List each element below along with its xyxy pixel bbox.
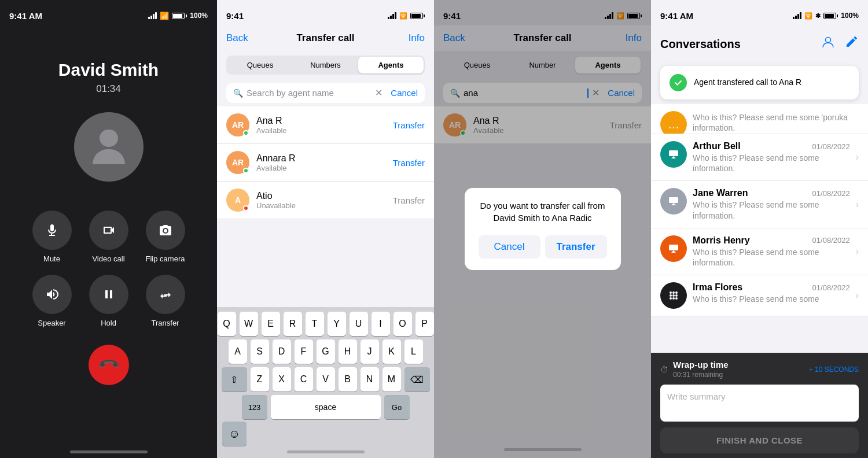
keyboard-row-4: 123 space Go [219, 395, 432, 419]
add-time-button[interactable]: + 10 SECONDS [809, 365, 859, 374]
write-summary-input[interactable]: Write summary [660, 385, 859, 422]
conv-item-irma[interactable]: Irma Flores 01/08/2022 Who is this? Plea… [651, 275, 868, 316]
tab-queues-2[interactable]: Queues [227, 57, 293, 73]
key-j[interactable]: J [361, 339, 379, 364]
mute-label: Mute [43, 254, 60, 263]
conv-header-icons [821, 35, 859, 53]
transfer-btn-atio: Transfer [393, 195, 425, 205]
key-c[interactable]: C [295, 367, 313, 391]
wrap-up-title: Wrap-up time [673, 360, 729, 370]
tab-numbers-2[interactable]: Numbers [293, 57, 358, 73]
speaker-button[interactable]: Speaker [32, 275, 72, 327]
back-button-2[interactable]: Back [226, 32, 248, 44]
video-circle[interactable] [89, 210, 128, 250]
key-l[interactable]: L [404, 339, 423, 364]
key-n[interactable]: N [361, 367, 379, 391]
key-i[interactable]: I [372, 312, 390, 336]
key-r[interactable]: R [284, 312, 302, 336]
transfer-btn-ana-r[interactable]: Transfer [393, 120, 425, 130]
key-v[interactable]: V [317, 367, 335, 391]
key-q[interactable]: Q [218, 312, 236, 336]
modal-cancel-button[interactable]: Cancel [479, 235, 540, 258]
search-input-2[interactable]: Search by agent name [247, 88, 372, 98]
svg-point-8 [672, 294, 675, 297]
finish-close-button[interactable]: FINISH AND CLOSE [660, 427, 859, 453]
conv-item-hidden[interactable]: … Who is this? Please send me some 'poru… [651, 104, 868, 134]
key-backspace[interactable]: ⌫ [404, 367, 430, 391]
transfer-circle[interactable] [146, 275, 185, 314]
conv-title-row: Conversations [660, 31, 859, 57]
agent-status-annara-r: Available [256, 164, 386, 172]
key-space[interactable]: space [271, 395, 381, 419]
status-icons-4: 🛜 ✱ 100% [793, 12, 859, 20]
key-x[interactable]: X [273, 367, 291, 391]
conv-detail-arthur: Arthur Bell 01/08/2022 Who is this? Plea… [693, 141, 850, 173]
mute-circle[interactable] [32, 210, 72, 250]
svg-point-7 [670, 294, 672, 297]
keyboard-row-3: ⇧ Z X C V B N M ⌫ [219, 367, 432, 391]
key-y[interactable]: Y [328, 312, 346, 336]
info-button-2[interactable]: Info [409, 32, 425, 44]
transfer-btn-annara-r[interactable]: Transfer [393, 158, 425, 168]
svg-rect-3 [669, 245, 678, 250]
end-call-button[interactable]: 📞 [89, 345, 129, 385]
status-dot-available [243, 130, 249, 136]
summary-placeholder: Write summary [667, 391, 726, 401]
hold-circle[interactable] [89, 275, 128, 314]
conv-item-arthur[interactable]: Arthur Bell 01/08/2022 Who is this? Plea… [651, 134, 868, 181]
flip-camera-button[interactable]: Flip camera [146, 210, 185, 263]
agent-item-atio: A Atio Unavailable Transfer [217, 182, 434, 219]
tab-agents-2[interactable]: Agents [358, 57, 424, 73]
agent-avatar-atio: A [226, 189, 249, 212]
conv-item-morris[interactable]: Morris Henry 01/08/2022 Who is this? Ple… [651, 228, 868, 275]
search-clear-2[interactable]: ✕ [375, 87, 382, 98]
key-123[interactable]: 123 [242, 395, 267, 419]
battery-icon-2 [410, 13, 425, 19]
flip-circle[interactable] [146, 210, 185, 250]
conv-item-jane[interactable]: Jane Warren 01/08/2022 Who is this? Plea… [651, 181, 868, 228]
emoji-button[interactable]: ☺ [222, 422, 247, 446]
hold-button[interactable]: Hold [89, 275, 128, 327]
panel-conversations: 9:41 AM 🛜 ✱ 100% Conversations [651, 0, 868, 458]
key-s[interactable]: S [251, 339, 269, 364]
key-w[interactable]: W [240, 312, 258, 336]
key-g[interactable]: G [317, 339, 335, 364]
compose-icon[interactable] [845, 35, 859, 53]
status-dot-available-2 [243, 168, 249, 173]
confirm-modal: Do you want to transfer call from David … [465, 188, 621, 270]
key-u[interactable]: U [350, 312, 368, 336]
agent-name-atio: Atio [256, 191, 386, 201]
wifi-icon: 📶 [160, 12, 169, 20]
key-t[interactable]: T [306, 312, 324, 336]
key-k[interactable]: K [382, 339, 401, 364]
modal-transfer-button[interactable]: Transfer [545, 235, 607, 258]
key-o[interactable]: O [393, 312, 412, 336]
status-bar-2: 9:41 🛜 [217, 0, 434, 25]
agent-initials: AR [232, 120, 244, 130]
key-f[interactable]: F [295, 339, 313, 364]
signal-icon-4 [793, 12, 801, 19]
video-call-button[interactable]: Video call [89, 210, 128, 263]
key-m[interactable]: M [382, 367, 401, 391]
time-4: 9:41 AM [660, 11, 693, 21]
cancel-search-2[interactable]: Cancel [391, 88, 418, 98]
modal-message: Do you want to transfer call from David … [479, 200, 607, 224]
conv-avatar-irma [660, 282, 687, 309]
speaker-circle[interactable] [32, 275, 72, 314]
person-circle-icon[interactable] [821, 35, 836, 53]
mute-button[interactable]: Mute [32, 210, 72, 263]
key-b[interactable]: B [339, 367, 357, 391]
flip-label: Flip camera [146, 254, 185, 263]
key-d[interactable]: D [273, 339, 291, 364]
signal-icon-2 [388, 12, 396, 19]
battery-icon-4 [823, 13, 838, 19]
key-shift[interactable]: ⇧ [222, 367, 247, 391]
agent-item-annara-r: AR Annara R Available Transfer [217, 144, 434, 182]
key-p[interactable]: P [415, 312, 434, 336]
key-a[interactable]: A [229, 339, 247, 364]
transfer-call-button[interactable]: Transfer [146, 275, 185, 327]
key-go[interactable]: Go [384, 395, 410, 419]
key-z[interactable]: Z [251, 367, 269, 391]
key-e[interactable]: E [262, 312, 280, 336]
key-h[interactable]: H [339, 339, 357, 364]
